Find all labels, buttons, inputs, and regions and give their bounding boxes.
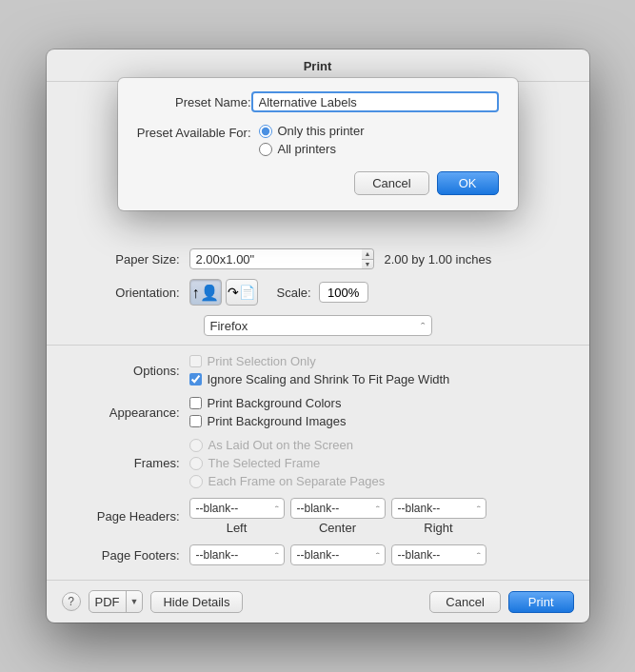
frame-selected-label: The Selected Frame	[208, 456, 321, 470]
scale-group: Scale:	[277, 282, 368, 303]
print-dialog: Print Preset Name: Preset Available For:…	[47, 49, 589, 623]
pdf-label: PDF	[89, 595, 126, 609]
pdf-button[interactable]: PDF ▼	[89, 590, 144, 613]
preset-radio-group: Only this printer All printers	[259, 124, 365, 156]
dialog-title: Print	[47, 49, 589, 82]
hide-details-button[interactable]: Hide Details	[150, 591, 242, 613]
ignore-scaling-label: Ignore Scaling and Shrink To Fit Page Wi…	[208, 372, 450, 386]
paper-size-up-arrow[interactable]: ▲	[362, 249, 374, 260]
landscape-button[interactable]: ↷📄	[226, 279, 258, 306]
appearance-group: Print Background Colors Print Background…	[189, 396, 347, 428]
cancel-button[interactable]: Cancel	[429, 591, 500, 613]
preset-for-row: Preset Available For: Only this printer …	[118, 118, 518, 162]
pdf-dropdown-arrow: ▼	[126, 591, 143, 612]
frame-selected-option: The Selected Frame	[189, 456, 386, 470]
frame-each-separate-option: Each Frame on Separate Pages	[189, 474, 386, 488]
all-printers-option[interactable]: All printers	[259, 142, 365, 156]
section-divider-1	[47, 345, 589, 346]
page-footers-label: Page Footers:	[66, 548, 189, 563]
page-headers-row: Page Headers: --blank-- --blank--	[47, 493, 589, 540]
center-col-label: Center	[290, 521, 386, 535]
options-group: Print Selection Only Ignore Scaling and …	[189, 354, 450, 386]
landscape-icon: ↷📄	[228, 285, 255, 300]
frame-as-laid-out-label: As Laid Out on the Screen	[208, 438, 353, 452]
modal-buttons: Cancel OK	[118, 162, 518, 195]
print-bg-images-checkbox[interactable]	[189, 415, 202, 427]
footer-center-wrapper: --blank--	[290, 544, 386, 565]
orientation-buttons: ↑👤 ↷📄	[189, 279, 258, 306]
paper-size-input[interactable]	[189, 248, 363, 269]
paper-size-row: Paper Size: ▲ ▼ 2.00 by 1.00 inches	[47, 244, 589, 274]
headers-col-labels: Left Center Right	[189, 521, 486, 535]
footer-left-select[interactable]: --blank--	[189, 544, 285, 565]
paper-size-info: 2.00 by 1.00 inches	[384, 252, 491, 267]
print-button[interactable]: Print	[508, 591, 574, 613]
appearance-row: Appearance: Print Background Colors Prin…	[47, 391, 589, 433]
firefox-row: Firefox	[47, 310, 589, 341]
header-right-wrapper: --blank--	[391, 498, 486, 519]
header-right-select[interactable]: --blank--	[391, 498, 486, 519]
appearance-label: Appearance:	[66, 405, 189, 420]
print-selection-label: Print Selection Only	[208, 354, 316, 368]
portrait-icon: ↑👤	[192, 284, 219, 302]
headers-selects: --blank-- --blank-- --blank--	[189, 498, 486, 519]
scale-input[interactable]	[319, 282, 368, 303]
options-label: Options:	[66, 364, 189, 378]
firefox-select-wrapper: Firefox	[204, 315, 432, 336]
dialog-bottom: ? PDF ▼ Hide Details Cancel Print	[47, 580, 589, 623]
paper-size-down-arrow[interactable]: ▼	[362, 260, 374, 269]
print-selection-option: Print Selection Only	[189, 354, 450, 368]
preset-name-label: Preset Name:	[137, 95, 251, 109]
help-button[interactable]: ?	[62, 592, 81, 611]
options-row: Options: Print Selection Only Ignore Sca…	[47, 349, 589, 391]
orientation-row: Orientation: ↑👤 ↷📄 Scale:	[47, 274, 589, 310]
header-left-select[interactable]: --blank--	[189, 498, 285, 519]
preset-name-input[interactable]	[251, 91, 499, 112]
paper-size-label: Paper Size:	[66, 252, 189, 267]
frame-each-separate-radio	[189, 475, 203, 488]
page-footers-row: Page Footers: --blank-- --blank-- --blan…	[47, 540, 589, 570]
modal-cancel-button[interactable]: Cancel	[354, 171, 428, 195]
paper-size-stepper: ▲ ▼	[362, 248, 375, 269]
print-bg-images-option[interactable]: Print Background Images	[189, 414, 347, 428]
preset-name-row: Preset Name:	[118, 78, 518, 118]
all-printers-radio[interactable]	[259, 143, 272, 156]
print-bg-images-label: Print Background Images	[208, 414, 347, 428]
preset-modal: Preset Name: Preset Available For: Only …	[118, 78, 518, 210]
print-bg-colors-option[interactable]: Print Background Colors	[189, 396, 347, 410]
ignore-scaling-checkbox[interactable]	[189, 373, 202, 385]
frames-row: Frames: As Laid Out on the Screen The Se…	[47, 433, 589, 493]
header-left-wrapper: --blank--	[189, 498, 285, 519]
header-center-wrapper: --blank--	[290, 498, 386, 519]
modal-ok-button[interactable]: OK	[437, 171, 499, 195]
print-bg-colors-label: Print Background Colors	[208, 396, 342, 410]
footer-center-select[interactable]: --blank--	[290, 544, 386, 565]
portrait-button[interactable]: ↑👤	[189, 279, 222, 306]
left-col-label: Left	[189, 521, 285, 535]
footer-right-wrapper: --blank--	[391, 544, 486, 565]
ignore-scaling-option[interactable]: Ignore Scaling and Shrink To Fit Page Wi…	[189, 372, 450, 386]
footer-right-select[interactable]: --blank--	[391, 544, 486, 565]
print-bg-colors-checkbox[interactable]	[189, 397, 202, 409]
footer-left-wrapper: --blank--	[189, 544, 285, 565]
frame-as-laid-out-radio	[189, 439, 203, 452]
only-this-printer-option[interactable]: Only this printer	[259, 124, 365, 138]
frames-group: As Laid Out on the Screen The Selected F…	[189, 438, 386, 488]
only-this-printer-label: Only this printer	[278, 124, 365, 138]
right-col-label: Right	[391, 521, 486, 535]
frame-each-separate-label: Each Frame on Separate Pages	[208, 474, 386, 488]
frame-as-laid-out-option: As Laid Out on the Screen	[189, 438, 386, 452]
orientation-label: Orientation:	[66, 286, 189, 300]
header-center-select[interactable]: --blank--	[290, 498, 386, 519]
scale-label: Scale:	[277, 286, 311, 300]
page-headers-label: Page Headers:	[66, 509, 189, 524]
frame-selected-radio	[189, 457, 203, 470]
frames-label: Frames:	[66, 456, 189, 470]
preset-available-label: Preset Available For:	[137, 124, 251, 140]
dialog-content: Paper Size: ▲ ▼ 2.00 by 1.00 inches Orie…	[47, 234, 589, 580]
paper-size-select-wrapper: ▲ ▼	[189, 248, 375, 269]
all-printers-label: All printers	[278, 142, 336, 156]
only-this-printer-radio[interactable]	[259, 125, 272, 138]
firefox-select[interactable]: Firefox	[204, 315, 432, 336]
headers-container: --blank-- --blank-- --blank--	[189, 498, 486, 535]
